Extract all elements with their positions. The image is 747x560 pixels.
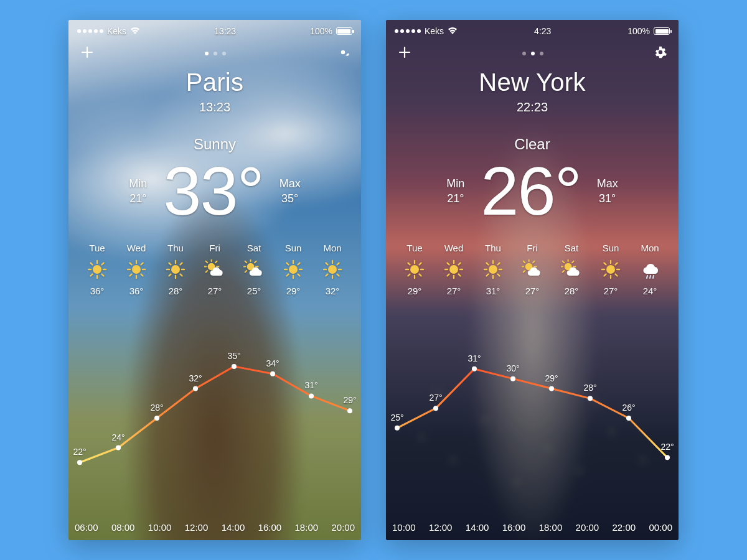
local-time: 13:23 xyxy=(68,100,361,114)
battery-percent: 100% xyxy=(310,26,332,36)
sun-icon xyxy=(80,259,115,279)
hourly-chart[interactable]: 25°27°31°30°29°28°26°22° 10:0012:0014:00… xyxy=(386,302,679,540)
svg-line-34 xyxy=(206,271,208,273)
phone-paris: Keks 13:23 100% Paris 13:23 Sunny Min21°… xyxy=(68,20,361,540)
weekly-forecast[interactable]: Tue 29° Wed 27° Thu 31° Fri 27° Sat 28° … xyxy=(386,225,679,296)
day-temp: 32° xyxy=(315,286,350,296)
svg-line-59 xyxy=(326,263,328,265)
forecast-day[interactable]: Sun 29° xyxy=(276,243,311,296)
forecast-day[interactable]: Wed 36° xyxy=(119,243,154,296)
svg-line-41 xyxy=(245,261,247,263)
svg-line-53 xyxy=(298,263,300,265)
min-temp: Min21° xyxy=(129,176,147,207)
page-indicator[interactable] xyxy=(205,52,226,55)
svg-text:22°: 22° xyxy=(660,442,674,452)
settings-button[interactable] xyxy=(654,45,667,62)
svg-line-132 xyxy=(616,263,618,265)
svg-line-96 xyxy=(459,263,461,265)
day-label: Sun xyxy=(276,243,311,253)
svg-line-120 xyxy=(563,261,565,263)
svg-point-0 xyxy=(93,265,101,274)
sun-icon xyxy=(119,259,154,279)
svg-text:29°: 29° xyxy=(545,373,558,383)
svg-point-144 xyxy=(549,386,554,391)
svg-line-24 xyxy=(181,274,182,276)
svg-line-102 xyxy=(487,263,489,265)
forecast-day[interactable]: Sat 28° xyxy=(554,243,589,296)
svg-text:31°: 31° xyxy=(467,353,481,363)
svg-line-52 xyxy=(287,274,289,276)
svg-line-134 xyxy=(650,276,651,278)
svg-line-129 xyxy=(604,263,606,265)
max-temp: Max35° xyxy=(280,176,301,207)
hour-tick: 12:00 xyxy=(429,522,453,533)
day-temp: 36° xyxy=(119,286,154,296)
page-indicator[interactable] xyxy=(522,52,543,55)
forecast-day[interactable]: Sun 27° xyxy=(593,243,628,296)
svg-line-130 xyxy=(616,274,618,276)
settings-button[interactable] xyxy=(336,45,350,62)
add-location-button[interactable] xyxy=(80,45,95,62)
day-temp: 27° xyxy=(515,286,550,296)
hour-tick: 14:00 xyxy=(222,522,245,533)
day-label: Sat xyxy=(554,243,589,253)
day-temp: 28° xyxy=(554,286,589,296)
forecast-day[interactable]: Mon 24° xyxy=(632,243,667,296)
forecast-day[interactable]: Tue 36° xyxy=(80,243,115,296)
day-temp: 29° xyxy=(397,286,432,296)
hourly-chart[interactable]: 22°24°28°32°35°34°31°29° 06:0008:0010:00… xyxy=(68,302,361,540)
day-temp: 27° xyxy=(436,286,471,296)
hour-tick: 20:00 xyxy=(331,522,355,533)
svg-line-94 xyxy=(459,274,461,276)
svg-text:27°: 27° xyxy=(429,393,442,403)
min-temp: Min21° xyxy=(446,176,464,207)
status-bar: Keks 13:23 100% xyxy=(68,20,361,36)
carrier-label: Keks xyxy=(107,26,126,36)
current-temp: 33° xyxy=(163,157,263,225)
svg-line-15 xyxy=(141,274,143,276)
svg-text:34°: 34° xyxy=(266,358,279,368)
forecast-day[interactable]: Thu 31° xyxy=(476,243,510,296)
day-label: Thu xyxy=(158,243,193,253)
signal-icon xyxy=(77,29,103,33)
forecast-day[interactable]: Thu 28° xyxy=(158,243,193,296)
svg-text:26°: 26° xyxy=(622,403,635,413)
current-temp: 26° xyxy=(481,157,580,225)
forecast-day[interactable]: Tue 29° xyxy=(397,243,432,296)
svg-line-43 xyxy=(245,271,247,273)
sun-icon xyxy=(476,259,510,279)
svg-point-138 xyxy=(433,406,438,411)
svg-point-18 xyxy=(171,265,180,274)
svg-text:28°: 28° xyxy=(150,403,163,413)
svg-point-97 xyxy=(489,265,497,274)
svg-line-14 xyxy=(130,263,132,265)
carrier-label: Keks xyxy=(425,26,444,36)
day-temp: 27° xyxy=(197,286,232,296)
day-temp: 29° xyxy=(276,286,311,296)
local-time: 22:23 xyxy=(386,100,679,114)
weekly-forecast[interactable]: Tue 36° Wed 36° Thu 28° Fri 27° Sat 25° … xyxy=(68,225,361,296)
forecast-day[interactable]: Fri 27° xyxy=(515,243,550,296)
hour-tick: 10:00 xyxy=(148,522,172,533)
svg-line-114 xyxy=(533,261,535,263)
hour-tick: 20:00 xyxy=(576,522,599,533)
svg-point-146 xyxy=(588,396,593,401)
svg-line-84 xyxy=(408,263,410,265)
hour-tick: 18:00 xyxy=(539,522,563,533)
svg-point-67 xyxy=(154,416,159,421)
day-label: Wed xyxy=(436,243,471,253)
svg-line-6 xyxy=(102,274,104,276)
forecast-day[interactable]: Wed 27° xyxy=(436,243,471,296)
svg-text:22°: 22° xyxy=(73,447,86,457)
battery-percent: 100% xyxy=(627,26,650,36)
sun-cloud-icon xyxy=(197,259,232,279)
svg-line-133 xyxy=(647,276,647,278)
sun-cloud-icon xyxy=(554,259,589,279)
svg-line-26 xyxy=(181,263,182,265)
add-location-button[interactable] xyxy=(397,45,412,62)
forecast-day[interactable]: Sat 25° xyxy=(237,243,271,296)
svg-text:28°: 28° xyxy=(583,383,596,393)
wifi-icon xyxy=(448,26,458,36)
forecast-day[interactable]: Mon 32° xyxy=(315,243,350,296)
forecast-day[interactable]: Fri 27° xyxy=(197,243,232,296)
